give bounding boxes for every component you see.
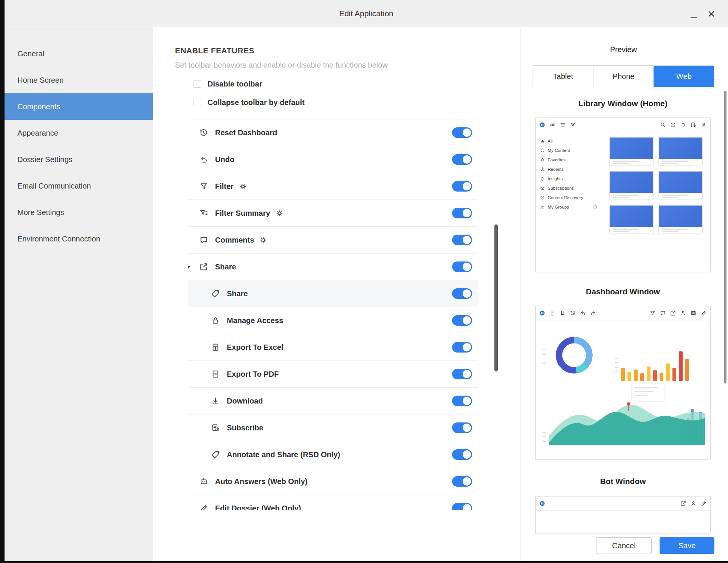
- feature-toggle[interactable]: [452, 208, 472, 218]
- tab-tablet[interactable]: Tablet: [533, 66, 593, 87]
- library-nav-content-discovery: Content Discovery: [536, 193, 601, 202]
- sidebar-item-dossier-settings[interactable]: Dossier Settings: [5, 146, 153, 173]
- tab-web[interactable]: Web: [654, 66, 714, 87]
- feature-label: Export To Excel: [227, 343, 283, 352]
- feature-row-manage-access: Manage Access: [188, 307, 478, 334]
- dossier-thumbnail: [658, 137, 703, 166]
- people-icon: [540, 205, 545, 209]
- dossier-thumbnail: [609, 171, 654, 200]
- feature-toggle[interactable]: [452, 288, 472, 299]
- feature-toggle[interactable]: [452, 261, 472, 272]
- feature-row-reset-dashboard: Reset Dashboard: [188, 119, 478, 146]
- share-icon: [200, 263, 208, 271]
- feature-row-export-to-excel: Export To Excel: [188, 334, 478, 361]
- feature-toggle[interactable]: [452, 127, 472, 138]
- feature-row-undo: Undo: [188, 146, 478, 173]
- library-preview-sidebar: AllMy ContentFavoritesRecentsInsightsSub…: [536, 132, 601, 272]
- tab-phone[interactable]: Phone: [593, 66, 654, 87]
- edit-icon: [701, 310, 706, 316]
- sidebar-item-home-screen[interactable]: Home Screen: [5, 67, 153, 93]
- undo-icon: [200, 155, 208, 164]
- feature-row-export-to-pdf: Export To PDF: [188, 361, 478, 388]
- close-icon[interactable]: ×: [704, 0, 719, 27]
- checkbox-row-collapse-toolbar: Collapse toolbar by default: [194, 97, 305, 108]
- feature-toggle[interactable]: [452, 369, 472, 379]
- person-icon: [691, 501, 696, 506]
- library-preview-toolbar: [536, 118, 710, 132]
- logo-icon: [539, 122, 545, 128]
- toolbar-icon-group: [680, 501, 706, 506]
- window-bottom-edge: [0, 561, 728, 563]
- library-preview-body: AllMy ContentFavoritesRecentsInsightsSub…: [536, 132, 710, 272]
- library-nav-all: All: [536, 136, 601, 145]
- feature-toggle[interactable]: [452, 503, 472, 510]
- feature-row-download: Download: [188, 388, 478, 415]
- feature-toggle[interactable]: [452, 476, 472, 487]
- grid-icon: [550, 122, 555, 128]
- feature-label: Filter: [215, 182, 234, 191]
- doc-icon: [550, 310, 555, 316]
- person-icon: [701, 122, 706, 128]
- history-icon: [200, 128, 208, 137]
- feature-toggle[interactable]: [452, 235, 472, 245]
- library-nav-insights: Insights: [536, 174, 601, 183]
- comment-icon: [660, 310, 666, 316]
- person-icon: [540, 148, 545, 153]
- feature-label: Edit Dossier (Web Only): [215, 504, 301, 510]
- gear-icon[interactable]: [276, 210, 283, 217]
- gear-icon[interactable]: [239, 183, 246, 190]
- feature-toggle[interactable]: [452, 449, 472, 460]
- sidebar-item-appearance[interactable]: Appearance: [5, 120, 153, 146]
- checkbox-label: Disable toolbar: [208, 80, 262, 88]
- card-icon: [691, 310, 696, 316]
- window-scrollbar[interactable]: [724, 91, 726, 384]
- sidebar-item-components[interactable]: Components: [5, 93, 153, 120]
- pdf-icon: [211, 370, 220, 378]
- clock-icon: [540, 167, 545, 172]
- feature-toggle[interactable]: [452, 315, 472, 326]
- preview-panel: Preview TabletPhoneWeb Library Window (H…: [520, 27, 728, 561]
- feature-label: Manage Access: [227, 316, 283, 325]
- filter-summary-icon: [200, 209, 208, 217]
- bookmark-icon: [560, 310, 565, 316]
- sidebar-item-email-communication[interactable]: Email Communication: [5, 173, 153, 199]
- checkbox-label: Collapse toolbar by default: [208, 98, 305, 107]
- chevron-down-icon[interactable]: [188, 266, 191, 269]
- doc-person-icon: [691, 122, 696, 128]
- sidebar-item-environment-connection[interactable]: Environment Connection: [5, 226, 153, 252]
- share-icon: [670, 310, 676, 316]
- checkbox-collapse-toolbar-by-default[interactable]: [194, 99, 201, 106]
- bot-preview-toolbar: [536, 496, 710, 511]
- sidebar-item-general[interactable]: General: [5, 40, 153, 67]
- dashboard-window-preview: [535, 306, 711, 460]
- undo-icon: [580, 310, 586, 316]
- tag-icon: [211, 289, 220, 298]
- feature-toggle[interactable]: [452, 342, 472, 353]
- library-nav-label: Subscriptions: [548, 186, 574, 190]
- cancel-button[interactable]: Cancel: [596, 537, 652, 554]
- feature-toggle[interactable]: [452, 422, 472, 433]
- feature-toggle[interactable]: [452, 154, 472, 165]
- subscribe-icon: [211, 424, 220, 432]
- feature-list-scrollbar[interactable]: [494, 224, 498, 371]
- feature-toggle[interactable]: [452, 396, 472, 406]
- settings-sidebar: GeneralHome ScreenComponentsAppearanceDo…: [5, 27, 153, 561]
- filter-icon: [650, 310, 655, 316]
- library-nav-my-content: My Content: [536, 145, 601, 155]
- save-button[interactable]: Save: [660, 537, 714, 554]
- lock-icon: [211, 316, 220, 325]
- tag-icon: [211, 450, 220, 459]
- logo-icon: [539, 310, 545, 316]
- toolbar-icon-group: [539, 501, 545, 506]
- minimize-icon[interactable]: [691, 17, 697, 18]
- feature-label: Annotate and Share (RSD Only): [227, 450, 340, 459]
- enable-features-subheading: Set toolbar behaviors and enable or disa…: [175, 61, 388, 70]
- gear-icon[interactable]: [260, 237, 267, 244]
- bulb-icon: [540, 176, 545, 181]
- library-nav-label: Content Discovery: [548, 195, 583, 200]
- feature-toggle[interactable]: [452, 181, 472, 192]
- chart-icon: [540, 139, 545, 143]
- sidebar-item-more-settings[interactable]: More Settings: [5, 199, 153, 226]
- checkbox-disable-toolbar[interactable]: [194, 80, 201, 88]
- preview-title: Preview: [533, 45, 714, 54]
